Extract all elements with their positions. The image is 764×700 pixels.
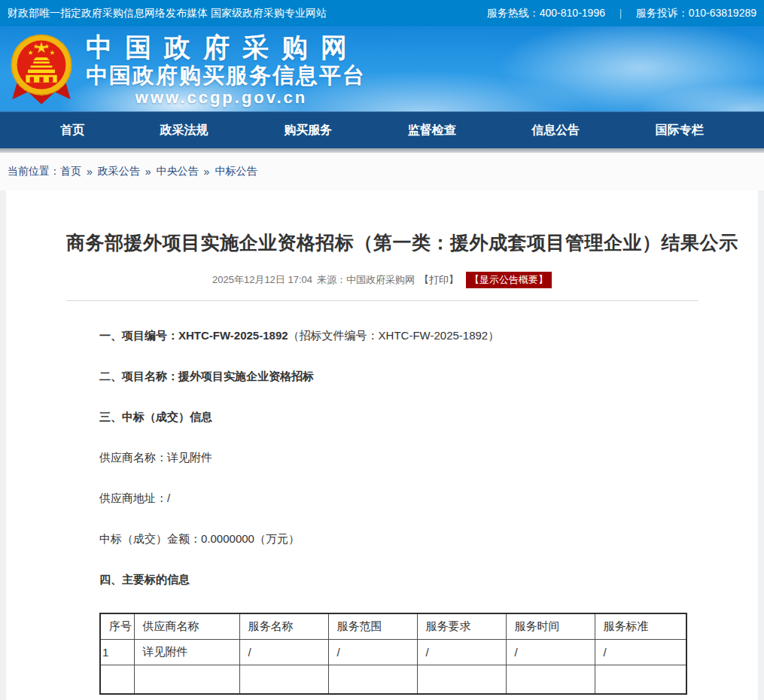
table-row: 1 详见附件 / / / / / <box>100 639 686 665</box>
bid-info-table: 序号 供应商名称 服务名称 服务范围 服务要求 服务时间 服务标准 1 详见附件… <box>99 613 687 695</box>
show-summary-button[interactable]: 【显示公告概要】 <box>466 272 552 288</box>
paragraph-award-info-heading: 三、中标（成交）信息 <box>99 409 758 425</box>
table-header-cell: 序号 <box>100 613 134 639</box>
breadcrumb-item-notices[interactable]: 政采公告 <box>98 165 140 178</box>
paragraph-bold-text: 四、主要标的信息 <box>99 573 190 586</box>
table-cell <box>328 665 417 694</box>
nav-item-purchase-services[interactable]: 购买服务 <box>284 123 332 138</box>
table-header-cell: 供应商名称 <box>134 613 239 639</box>
print-button[interactable]: 【打印】 <box>419 273 458 287</box>
content-panel: 商务部援外项目实施企业资格招标（第一类：援外成套项目管理企业）结果公示 2025… <box>6 190 758 700</box>
paragraph-bold-text: 一、项目编号：XHTC-FW-2025-1892 <box>99 329 288 342</box>
service-complaint: 服务投诉：010-63819289 <box>636 7 756 20</box>
paragraph-bold-text: 三、中标（成交）信息 <box>99 410 212 423</box>
article-meta: 2025年12月12日 17:04 来源：中国政府采购网 【打印】 【显示公告概… <box>66 272 698 288</box>
table-header-cell: 服务名称 <box>239 613 328 639</box>
site-header: 中国政府采购网 中国政府购买服务信息平台 www.ccgp.gov.cn <box>0 26 764 111</box>
paragraph-bold-text: 二、项目名称：援外项目实施企业资格招标 <box>99 370 314 382</box>
article-header: 商务部援外项目实施企业资格招标（第一类：援外成套项目管理企业）结果公示 2025… <box>66 190 698 301</box>
top-info-bar: 财政部唯一指定政府采购信息网络发布媒体 国家级政府采购专业网站 服务热线：400… <box>0 0 764 26</box>
site-logo[interactable]: 中国政府采购网 中国政府购买服务信息平台 www.ccgp.gov.cn <box>8 32 366 108</box>
table-cell <box>239 665 328 694</box>
breadcrumb-item-award[interactable]: 中标公告 <box>215 165 257 178</box>
table-cell: / <box>239 639 328 665</box>
table-header-cell: 服务要求 <box>417 613 506 639</box>
table-cell: / <box>506 639 595 665</box>
national-emblem-icon <box>8 32 75 107</box>
table-cell <box>417 665 506 694</box>
table-cell: / <box>595 639 686 665</box>
table-cell: 1 <box>100 639 134 665</box>
nav-item-supervision[interactable]: 监督检查 <box>408 123 456 138</box>
table-cell <box>595 665 686 694</box>
breadcrumb-item-central[interactable]: 中央公告 <box>157 165 199 178</box>
nav-item-international[interactable]: 国际专栏 <box>656 123 704 138</box>
paragraph-project-name: 二、项目名称：援外项目实施企业资格招标 <box>99 369 758 384</box>
breadcrumb-item-home[interactable]: 首页 <box>60 165 81 178</box>
paragraph-regular-text: （招标文件编号：XHTC-FW-2025-1892） <box>288 329 500 342</box>
breadcrumb: 当前位置： 首页 » 政采公告 » 中央公告 » 中标公告 <box>0 153 764 190</box>
table-cell: 详见附件 <box>134 639 239 665</box>
table-cell <box>134 665 239 694</box>
site-name: 中国政府采购网 <box>86 32 366 62</box>
paragraph-award-amount: 中标（成交）金额：0.0000000（万元） <box>99 531 758 546</box>
table-row <box>100 665 686 694</box>
platform-name: 中国政府购买服务信息平台 <box>86 62 366 88</box>
nav-item-regulations[interactable]: 政采法规 <box>160 123 209 138</box>
breadcrumb-prefix: 当前位置： <box>8 165 60 178</box>
service-hotline: 服务热线：400-810-1996 <box>487 7 605 20</box>
table-cell: / <box>328 639 417 665</box>
breadcrumb-separator-icon: » <box>145 166 151 178</box>
publish-datetime: 2025年12月12日 17:04 <box>212 273 312 287</box>
table-header-row: 序号 供应商名称 服务名称 服务范围 服务要求 服务时间 服务标准 <box>100 613 686 639</box>
paragraph-regular-text: 供应商名称：详见附件 <box>99 451 212 464</box>
nav-item-announcements[interactable]: 信息公告 <box>531 123 580 138</box>
paragraph-project-number: 一、项目编号：XHTC-FW-2025-1892（招标文件编号：XHTC-FW-… <box>99 328 758 343</box>
page-title: 商务部援外项目实施企业资格招标（第一类：援外成套项目管理企业）结果公示 <box>66 230 698 255</box>
breadcrumb-separator-icon: » <box>87 166 93 178</box>
table-cell <box>506 665 595 694</box>
table-cell <box>100 665 134 694</box>
site-slogan: 财政部唯一指定政府采购信息网络发布媒体 国家级政府采购专业网站 <box>8 7 327 20</box>
article-source: 来源：中国政府采购网 <box>317 273 415 287</box>
nav-item-home[interactable]: 首页 <box>60 123 84 138</box>
article-body: 一、项目编号：XHTC-FW-2025-1892（招标文件编号：XHTC-FW-… <box>6 301 758 695</box>
paragraph-regular-text: 中标（成交）金额：0.0000000（万元） <box>99 532 300 545</box>
paragraph-main-subject-heading: 四、主要标的信息 <box>99 572 758 587</box>
table-header-cell: 服务标准 <box>595 613 686 639</box>
paragraph-supplier-name: 供应商名称：详见附件 <box>99 450 758 465</box>
topbar-separator: ｜ <box>616 7 626 20</box>
table-cell: / <box>417 639 506 665</box>
main-nav: 首页 政采法规 购买服务 监督检查 信息公告 国际专栏 <box>0 111 764 148</box>
breadcrumb-separator-icon: » <box>204 166 210 178</box>
site-url: www.ccgp.gov.cn <box>86 88 357 108</box>
paragraph-regular-text: 供应商地址：/ <box>99 492 170 504</box>
paragraph-supplier-address: 供应商地址：/ <box>99 491 758 506</box>
table-header-cell: 服务范围 <box>328 613 417 639</box>
table-header-cell: 服务时间 <box>506 613 595 639</box>
